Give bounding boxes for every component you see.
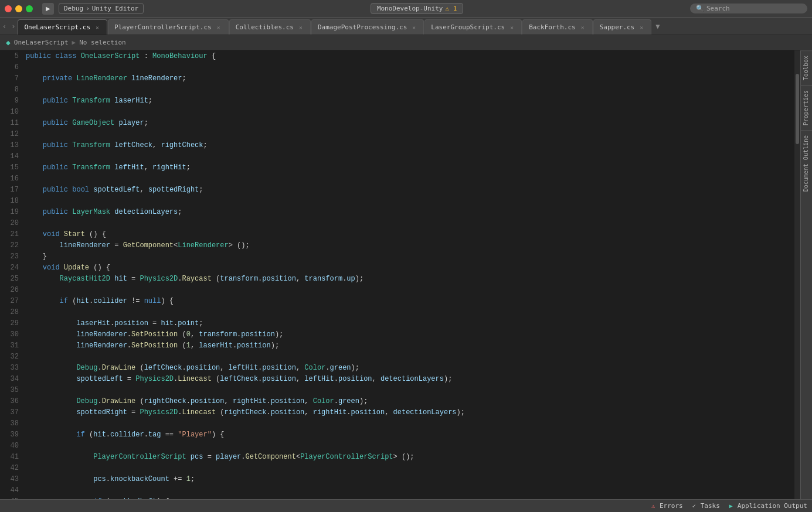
title-bar: ▶ Debug › Unity Editor MonoDevelop-Unity… bbox=[0, 0, 812, 18]
line-code bbox=[23, 306, 794, 318]
line-number: 37 bbox=[0, 407, 23, 418]
tab-close-icon[interactable]: ✕ bbox=[94, 24, 101, 31]
line-number: 18 bbox=[0, 195, 23, 206]
table-row: 25 RaycastHit2D hit = Physics2D.Raycast … bbox=[0, 273, 794, 284]
scrollbar-track[interactable] bbox=[794, 50, 800, 499]
minimize-button[interactable] bbox=[15, 5, 22, 12]
line-code: public Transform leftCheck, rightCheck; bbox=[23, 139, 794, 151]
tab-close-icon[interactable]: ✕ bbox=[410, 24, 417, 31]
table-row: 41 PlayerControllerScript pcs = player.G… bbox=[0, 451, 794, 462]
properties-tab[interactable]: Properties bbox=[801, 85, 812, 130]
table-row: 35 bbox=[0, 384, 794, 395]
tab-close-icon[interactable]: ✕ bbox=[297, 24, 304, 31]
breadcrumb: ◆ OneLaserScript ▶ No selection bbox=[0, 35, 812, 50]
file-icon: ◆ bbox=[6, 38, 11, 47]
line-code: } bbox=[23, 251, 794, 262]
tasks-label: Tasks bbox=[701, 502, 720, 510]
line-code: public bool spottedLeft, spottedRight; bbox=[23, 184, 794, 195]
maximize-button[interactable] bbox=[26, 5, 33, 12]
line-code bbox=[23, 151, 794, 162]
tasks-button[interactable]: ✓ Tasks bbox=[690, 502, 720, 510]
table-row: 19 public LayerMask detectionLayers; bbox=[0, 206, 794, 217]
code-area[interactable]: 5 public class OneLaserScript : MonoBeha… bbox=[0, 50, 794, 499]
tab-player-controller[interactable]: PlayerControllerScript.cs ✕ bbox=[108, 19, 229, 35]
line-code bbox=[23, 62, 794, 73]
line-number: 39 bbox=[0, 429, 23, 440]
tab-label: PlayerControllerScript.cs bbox=[114, 23, 212, 31]
line-code: private LineRenderer lineRenderer; bbox=[23, 73, 794, 84]
table-row: 7 private LineRenderer lineRenderer; bbox=[0, 73, 794, 84]
tab-close-icon[interactable]: ✕ bbox=[215, 24, 222, 31]
traffic-lights bbox=[5, 5, 33, 12]
line-number: 12 bbox=[0, 128, 23, 139]
line-number: 28 bbox=[0, 306, 23, 318]
line-number: 22 bbox=[0, 240, 23, 251]
line-number: 23 bbox=[0, 251, 23, 262]
close-button[interactable] bbox=[5, 5, 12, 12]
line-number: 32 bbox=[0, 351, 23, 362]
app-output-icon: ▶ bbox=[727, 502, 735, 510]
errors-button[interactable]: ⚠ Errors bbox=[649, 502, 683, 510]
tab-close-icon[interactable]: ✕ bbox=[508, 24, 515, 31]
app-output-button[interactable]: ▶ Application Output bbox=[727, 502, 807, 510]
line-code: public class OneLaserScript : MonoBehavi… bbox=[23, 50, 794, 62]
tab-laser-group-script[interactable]: LaserGroupScript.cs ✕ bbox=[424, 19, 522, 35]
line-code bbox=[23, 84, 794, 95]
line-number: 9 bbox=[0, 95, 23, 106]
tab-label: Sapper.cs bbox=[600, 23, 635, 31]
line-number: 19 bbox=[0, 206, 23, 217]
table-row: 16 bbox=[0, 173, 794, 184]
table-row: 31 lineRenderer.SetPosition (1, laserHit… bbox=[0, 340, 794, 351]
tab-label: BackForth.cs bbox=[529, 23, 575, 31]
tab-close-icon[interactable]: ✕ bbox=[579, 24, 586, 31]
line-number: 10 bbox=[0, 106, 23, 117]
table-row: 42 bbox=[0, 462, 794, 473]
line-number: 21 bbox=[0, 228, 23, 240]
table-row: 32 bbox=[0, 351, 794, 362]
table-row: 40 bbox=[0, 440, 794, 451]
line-code: spottedRight = Physics2D.Linecast (right… bbox=[23, 407, 794, 418]
line-code bbox=[23, 195, 794, 206]
table-row: 10 bbox=[0, 106, 794, 117]
document-outline-tab[interactable]: Document Outline bbox=[801, 130, 812, 196]
table-row: 26 bbox=[0, 284, 794, 295]
tab-damage-post-processing[interactable]: DamagePostProcessing.cs ✕ bbox=[311, 19, 424, 35]
search-icon: 🔍 bbox=[696, 5, 704, 12]
nav-forward-button[interactable]: › bbox=[9, 18, 18, 35]
line-code: lineRenderer = GetComponent<LineRenderer… bbox=[23, 240, 794, 251]
run-button[interactable]: ▶ bbox=[42, 3, 54, 15]
tab-close-icon[interactable]: ✕ bbox=[638, 24, 645, 31]
line-code: PlayerControllerScript pcs = player.GetC… bbox=[23, 451, 794, 462]
errors-label: Errors bbox=[660, 502, 683, 510]
tab-label: OneLaserScript.cs bbox=[24, 23, 90, 31]
tab-label: Collectibles.cs bbox=[236, 23, 294, 31]
tab-back-forth[interactable]: BackForth.cs ✕ bbox=[522, 19, 592, 35]
line-number: 41 bbox=[0, 451, 23, 462]
tab-one-laser-script[interactable]: OneLaserScript.cs ✕ bbox=[18, 19, 107, 35]
app-output-label: Application Output bbox=[738, 502, 807, 510]
line-number: 13 bbox=[0, 139, 23, 151]
line-code bbox=[23, 484, 794, 496]
title-center: MonoDevelop-Unity ⚠ 1 bbox=[148, 3, 685, 14]
toolbox-tab[interactable]: Toolbox bbox=[801, 50, 812, 85]
tab-overflow-button[interactable]: ▼ bbox=[652, 18, 663, 35]
tab-label: LaserGroupScript.cs bbox=[431, 23, 505, 31]
breadcrumb-selection: No selection bbox=[79, 39, 125, 46]
table-row: 30 lineRenderer.SetPosition (0, transfor… bbox=[0, 329, 794, 340]
scrollbar-thumb[interactable] bbox=[796, 74, 799, 144]
table-row: 13 public Transform leftCheck, rightChec… bbox=[0, 139, 794, 151]
nav-back-button[interactable]: ‹ bbox=[0, 18, 9, 35]
line-number: 40 bbox=[0, 440, 23, 451]
tab-sapper[interactable]: Sapper.cs ✕ bbox=[593, 19, 652, 35]
breadcrumb-arrow-icon: ▶ bbox=[72, 39, 76, 46]
table-row: 44 bbox=[0, 484, 794, 496]
breadcrumb-file: OneLaserScript bbox=[14, 39, 69, 46]
search-bar[interactable]: 🔍 Search bbox=[690, 4, 807, 13]
table-row: 20 bbox=[0, 217, 794, 228]
tab-collectibles[interactable]: Collectibles.cs ✕ bbox=[229, 19, 311, 35]
table-row: 12 bbox=[0, 128, 794, 139]
line-number: 11 bbox=[0, 117, 23, 128]
line-code bbox=[23, 462, 794, 473]
line-code: public Transform leftHit, rightHit; bbox=[23, 162, 794, 173]
line-number: 26 bbox=[0, 284, 23, 295]
